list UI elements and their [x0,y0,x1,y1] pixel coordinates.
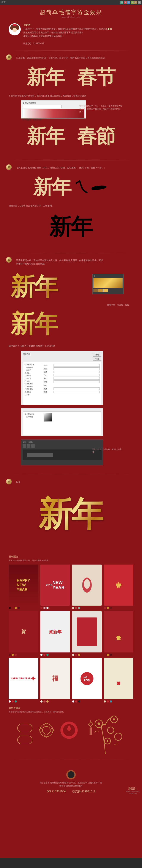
poster-card: 賀新年 [40,611,70,652]
step-badge-03: 03 [6,257,12,262]
page-subtitle: www.zhisheji.com [0,16,142,18]
step-04: 04 应用 新年 [0,477,142,551]
asset-cloud [17,724,32,732]
icon-6[interactable]: ▣ [138,1,141,4]
showcase-title: 新年配色 [9,555,133,558]
icon-2[interactable]: ▣ [124,1,127,4]
asset-plant [86,713,125,757]
step-badge-02: 02 [6,164,12,170]
input-field [23,105,62,108]
step-03: 03 百度搜索烫金纹，直接打开金素材拖入文件，按住Alt键嵌入图层。如果素材够比… [0,255,142,473]
converter-screenshot: 繁体字在线转换 简体转繁体繁体转简体 [21,100,86,119]
intro-section: 大家好！ 马上过年了，根据大家近期的需要，教你在电脑上把普通毛笔字变金色毛笔字，… [0,20,142,49]
poster-card [72,564,102,606]
poster-card: 2016NEWYEAR [40,564,70,606]
step-01: 01 打上文案，这边是致设使用的是「日文毛笔」这个字体，相对毛笔字来说，而且我很… [0,52,142,158]
page-title: 超简单毛笔字烫金效果 [0,9,142,16]
icon-3[interactable]: ▣ [127,1,130,4]
tutorial-page: 超简单毛笔字烫金效果 www.zhisheji.com 大家好！ 马上过年了，根… [0,5,142,858]
poster-card [72,611,102,652]
icon-4[interactable]: ▣ [131,1,134,4]
svg-point-22 [115,733,122,740]
poster-card: 春 [104,564,133,606]
svg-point-16 [98,722,100,725]
author-avatar [9,23,21,35]
footer-avatar [66,770,76,779]
step-badge-04: 04 [6,479,12,485]
brush-text: 新年 [33,174,71,200]
header: 超简单毛笔字烫金效果 www.zhisheji.com [0,5,142,20]
animation-panel: 动画 | 时间轴 [21,439,103,465]
greeting: 大家好！ [23,24,32,26]
topbar-icons: ▣ ▣ ▣ ▣ ▣ ▣ [120,1,141,4]
poster-card: 謹賀新年 [104,658,133,699]
screenshot-note: 复制要转换的字「节」，且点击「繁体字毛笔字转换工具」把复杂字繁体化，就这样转后显… [79,104,122,114]
layer-style-dialog-2: ▣ 斜面和浮雕▣ 等高线 [21,408,103,436]
poster-card: 賀 [9,611,38,652]
footer: 到了这边了 有藏相也大家 奥迪 好 第一位了 相互交流学习进步 更多CD类 教程… [0,767,142,797]
poster-grid: HAPPYNEWYEAR 2016NEWYEAR 春 賀 賀新年 金邀堂 HAP… [9,564,133,703]
layer-style-dialog: 图层样式确定取消 ▢ 斜面和浮雕▢ 等高线▢ 纹理 ▢ 描边▢ 内阴影▢ 内发光… [21,351,103,405]
gold-material-panel: 金 [92,274,123,294]
brush-text: 春節 [77,122,115,149]
asset-cloud [17,736,32,744]
svg-point-19 [107,727,114,734]
brush-text: 新年 [49,211,93,242]
top-toolbar: 主页 ▣ ▣ ▣ ▣ ▣ ▣ [0,0,142,5]
icon-1[interactable]: ▣ [120,1,123,4]
brush-stroke-icon [92,181,109,192]
poster-card: 福 [40,658,70,699]
showcase-section: 新年配色 金色与红色搭配非常一致，同步送朋友的3套金。 HAPPYNEWYEAR… [9,555,133,703]
brush-text: 春节 [77,63,115,90]
final-gold-text: 新年 [39,491,103,537]
step-badge-01: 01 [6,55,12,60]
poster-card: JAPON [72,658,102,699]
svg-point-18 [113,718,115,720]
poster-card: 金邀堂 [104,611,133,652]
svg-point-1 [84,579,90,589]
poster-card: HAPPYNEWYEAR [9,564,38,606]
gold-brush-text-2: 新年 [11,307,58,340]
asset-flower [38,721,55,740]
assets-section: 素材关键词 百度搜索中国红色的关键词可以找到啦，如若黑不一般可以百度。 [9,707,133,756]
svg-point-3 [42,726,50,734]
step-02: 02 在网上搜索 毛笔笔触 素材，对文字每部分别分拼接，边框效果，（也可不做，烫… [0,162,142,251]
gold-brush-text: 新年 [11,270,58,303]
brush-text: 新年 [27,122,65,149]
poster-card: HAPPY NEW YEAR✦ [9,658,38,699]
asset-papercut [59,720,79,741]
svg-point-21 [107,740,108,742]
topbar-left[interactable]: 主页 [1,1,6,4]
intro-text: 大家好！ 马上过年了，根据大家近期的需要，教你在电脑上把普通毛笔字变金色毛笔字，… [23,23,112,45]
svg-point-2 [40,724,53,737]
brush-text: 新年 [27,63,65,90]
icon-5[interactable]: ▣ [134,1,137,4]
site-logo: 致設計 电商设计师交流平台 zhisheji.com [126,786,139,794]
